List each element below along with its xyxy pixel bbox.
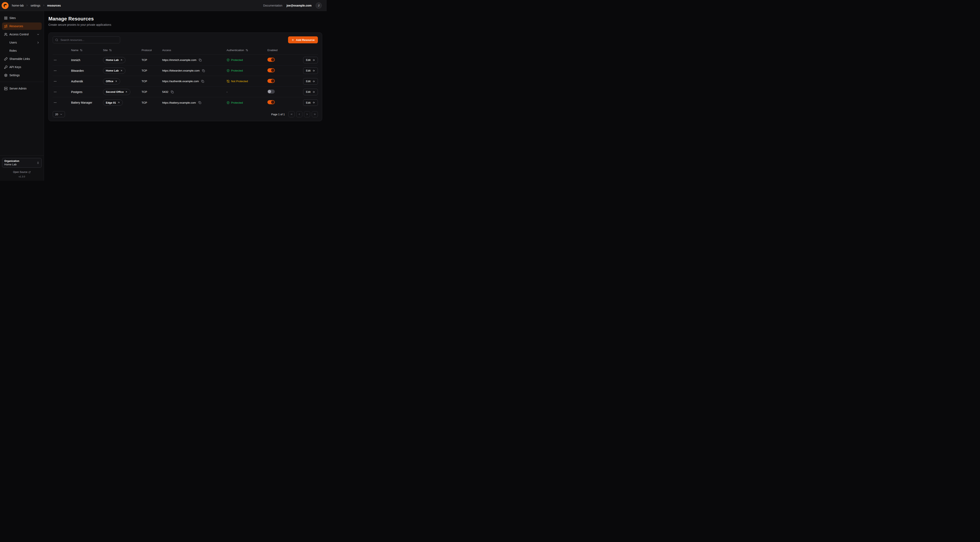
site-link[interactable]: Home Lab [103,68,126,74]
ellipsis-icon [54,80,57,83]
users-icon [4,33,8,36]
breadcrumb-home-lab[interactable]: home-lab [12,4,24,7]
last-page-button[interactable] [312,111,318,117]
column-header-authentication[interactable]: Authentication [227,49,267,52]
enabled-toggle[interactable] [267,68,275,72]
ellipsis-icon [54,59,57,62]
documentation-link[interactable]: Documentation [263,4,282,7]
edit-label: Edit [306,101,310,104]
next-page-button[interactable] [304,111,310,117]
copy-button[interactable] [198,58,202,62]
resource-access: https://bitwarden.example.com [162,69,200,72]
shield-check-icon [227,69,230,72]
breadcrumb: home-lab settings resources [12,4,61,7]
page-size-select[interactable]: 20 [53,111,65,117]
sidebar-item-shareable-links[interactable]: Shareable Links [2,55,42,62]
site-link[interactable]: Home Lab [103,57,126,63]
avatar-initial: J [318,4,320,7]
grid-icon [4,16,8,20]
first-page-button[interactable] [288,111,294,117]
sidebar-item-server-admin[interactable]: Server Admin [2,85,42,92]
table-row: Postgres Second Office TCP 5432 - [53,87,318,97]
edit-button[interactable]: Edit [303,78,318,84]
resource-protocol: TCP [142,80,162,83]
sort-icon [245,49,248,51]
column-header-protocol: Protocol [142,49,162,52]
row-menu-button[interactable] [54,78,60,84]
row-menu-button[interactable] [54,68,60,73]
copy-button[interactable] [170,90,174,94]
open-source-link[interactable]: Open Source [2,171,42,174]
column-label: Access [162,49,171,52]
table-row: Immich Home Lab TCP https://immich.examp… [53,55,318,65]
resources-card: Add Resource Name Site [48,32,322,121]
add-resource-button[interactable]: Add Resource [288,37,318,43]
site-name: Home Lab [106,69,119,72]
sidebar-item-sites[interactable]: Sites [2,14,42,22]
copy-icon [202,69,205,72]
enabled-toggle[interactable] [267,57,275,62]
site-link[interactable]: Edge 01 [103,99,123,106]
chevron-left-icon [298,113,301,116]
chevrons-left-icon [290,113,293,116]
resource-name: Authentik [71,80,103,83]
sidebar-item-roles[interactable]: Roles [2,47,42,54]
row-menu-button[interactable] [54,57,60,63]
column-label: Name [71,49,78,52]
arrow-up-right-icon [120,59,123,61]
column-header-access: Access [162,49,227,52]
table-header-row: Name Site Protocol Access [53,46,318,55]
edit-button[interactable]: Edit [303,67,318,74]
search-input[interactable] [60,38,118,42]
chevron-right-icon [26,4,29,7]
gear-icon [4,73,8,77]
shield-check-icon [227,59,230,62]
version-label: v1.3.0 [2,175,42,178]
sidebar-item-access-control[interactable]: Access Control [2,31,42,38]
breadcrumb-current: resources [47,4,61,7]
enabled-toggle[interactable] [267,79,275,83]
breadcrumb-settings[interactable]: settings [30,4,40,7]
site-link[interactable]: Second Office [103,89,130,95]
copy-button[interactable] [198,101,202,104]
site-name: Edge 01 [106,101,116,104]
auth-status: Protected [227,101,267,104]
edit-button[interactable]: Edit [303,99,318,106]
key-icon [4,65,8,69]
sidebar-item-settings[interactable]: Settings [2,72,42,79]
site-link[interactable]: Office [103,78,120,84]
column-label: Protocol [142,49,152,52]
edit-label: Edit [306,59,310,62]
main-content: Manage Resources Create secure proxies t… [44,11,327,181]
server-icon [4,87,8,90]
chevron-down-icon [37,33,40,36]
edit-button[interactable]: Edit [303,57,318,63]
organization-selector[interactable]: Organization Home Lab [2,158,42,167]
resource-protocol: TCP [142,59,162,62]
copy-button[interactable] [202,69,205,73]
enabled-toggle[interactable] [267,100,275,104]
resource-name: Battery Manager [71,101,103,104]
row-menu-button[interactable] [54,89,60,95]
sidebar-item-users[interactable]: Users [2,39,42,46]
copy-icon [171,91,173,93]
edit-button[interactable]: Edit [303,89,318,95]
link-icon [4,57,8,61]
auth-status: Protected [227,69,267,72]
plus-icon [291,38,294,41]
table-row: Battery Manager Edge 01 TCP https://batt… [53,97,318,108]
avatar[interactable]: J [316,2,322,9]
column-header-name[interactable]: Name [71,49,103,52]
column-header-site[interactable]: Site [103,49,142,52]
copy-button[interactable] [201,80,205,83]
sidebar-item-resources[interactable]: Resources [2,22,42,30]
sidebar-item-api-keys[interactable]: API Keys [2,63,42,71]
previous-page-button[interactable] [296,111,302,117]
enabled-toggle[interactable] [267,89,275,94]
sidebar-item-label: API Keys [10,65,21,69]
app-window: home-lab settings resources Documentatio… [0,0,327,181]
user-email[interactable]: joe@example.com [286,4,312,7]
app-logo[interactable] [2,2,9,9]
resource-protocol: TCP [142,101,162,104]
row-menu-button[interactable] [54,100,60,105]
